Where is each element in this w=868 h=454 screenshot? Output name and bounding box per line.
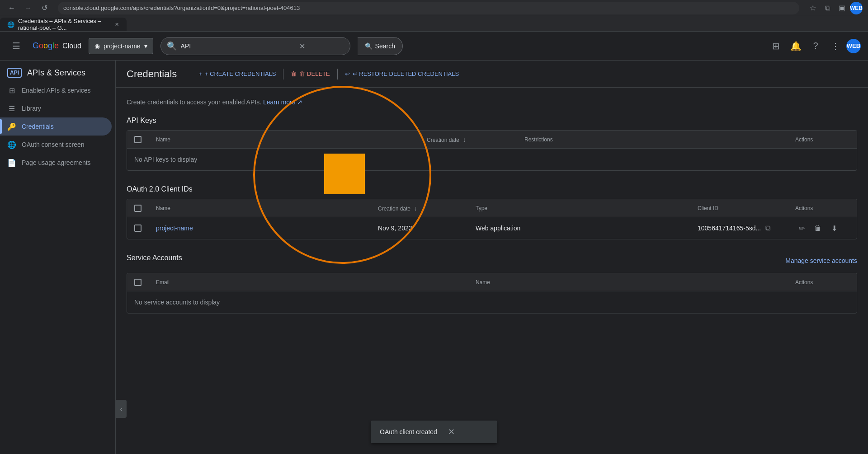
search-label: Search	[375, 42, 395, 50]
sidebar: API APIs & Services ⊞ Enabled APIs & ser…	[0, 61, 116, 454]
browser-actions: ☆ ⧉ ▣ WEB	[807, 2, 863, 14]
sidebar-item-enabled-apis[interactable]: ⊞ Enabled APIs & services	[0, 81, 112, 99]
bookmark-button[interactable]: ☆	[807, 2, 819, 14]
service-accounts-empty-row: No service accounts to display	[127, 291, 857, 313]
oauth-delete-button[interactable]: 🗑	[811, 222, 824, 234]
page-header-actions: + + CREATE CREDENTIALS 🗑 🗑 DELETE ↩ ↩ RE…	[195, 68, 462, 80]
collapse-sidebar-button[interactable]: ‹	[116, 400, 127, 418]
help-button[interactable]: ?	[807, 37, 825, 55]
oauth-client-id-cell: 1005641714165-5sd... ⧉	[698, 223, 788, 233]
oauth-type-header: Type	[476, 205, 690, 211]
user-initial: WEB	[847, 42, 860, 49]
sidebar-item-oauth-consent[interactable]: 🌐 OAuth consent screen	[0, 136, 112, 154]
service-name-header: Name	[476, 279, 788, 286]
sidebar-item-credentials-label: Credentials	[22, 123, 54, 130]
search-icon: 🔍	[365, 42, 373, 50]
nav-icon: ◉	[94, 42, 100, 50]
library-icon: ☰	[7, 104, 16, 113]
restore-icon: ↩	[345, 70, 350, 77]
create-icon: +	[198, 70, 202, 77]
api-keys-title: API Keys	[127, 117, 857, 125]
oauth-table-row: project-name Nov 9, 2023 Web application…	[127, 217, 857, 239]
back-button[interactable]: ←	[5, 2, 18, 14]
search-clear-button[interactable]: ✕	[299, 42, 305, 50]
extension-button[interactable]: ⧉	[821, 2, 834, 14]
oauth-row-name[interactable]: project-name	[156, 225, 371, 232]
hamburger-menu-button[interactable]: ☰	[7, 37, 25, 55]
google-cloud-logo: Google Cloud	[33, 41, 81, 51]
oauth-download-button[interactable]: ⬇	[828, 222, 840, 234]
sidebar-item-credentials[interactable]: 🔑 Credentials	[0, 117, 112, 136]
oauth-actions-header: Actions	[795, 205, 849, 211]
more-options-button[interactable]: ⋮	[826, 37, 844, 55]
info-text: Create credentials to access your enable…	[127, 98, 857, 106]
sidebar-item-library-label: Library	[22, 105, 41, 112]
cloud-label: Cloud	[62, 42, 81, 50]
create-credentials-button[interactable]: + + CREATE CREDENTIALS	[195, 68, 279, 80]
page-usage-icon: 📄	[7, 159, 16, 167]
browser-user-avatar[interactable]: WEB	[850, 2, 863, 14]
oauth-select-all[interactable]	[134, 205, 142, 212]
delete-icon: 🗑	[291, 70, 297, 77]
app-header: ☰ Google Cloud ◉ project-name ▾ 🔍 ✕ 🔍 Se…	[0, 32, 868, 61]
search-button[interactable]: 🔍 Search	[358, 37, 403, 55]
oauth-row-date: Nov 9, 2023	[378, 225, 468, 232]
snackbar-close-button[interactable]: ✕	[448, 427, 455, 437]
oauth-row-actions: ✏ 🗑 ⬇	[795, 222, 849, 234]
url-text: console.cloud.google.com/apis/credential…	[63, 5, 300, 11]
sidebar-api-header: API APIs & Services	[0, 64, 115, 81]
sidebar-item-enabled-apis-label: Enabled APIs & services	[22, 87, 91, 94]
oauth-row-type: Web application	[476, 225, 690, 232]
api-keys-empty-text: No API keys to display	[134, 156, 197, 163]
search-container: 🔍 ✕	[160, 37, 350, 55]
manage-link-label: Manage service accounts	[785, 257, 857, 264]
credentials-content: Create credentials to access your enable…	[116, 88, 868, 339]
oauth-row-checkbox[interactable]	[134, 225, 142, 232]
oauth-table-header: Name Creation date ↓ Type Client ID Acti…	[127, 199, 857, 217]
split-screen-button[interactable]: ▣	[835, 2, 848, 14]
google-wordmark: Google	[33, 41, 59, 51]
browser-bar: ← → ↺ console.cloud.google.com/apis/cred…	[0, 0, 868, 16]
oauth-edit-button[interactable]: ✏	[795, 222, 808, 234]
search-input[interactable]	[160, 37, 350, 55]
sidebar-item-library[interactable]: ☰ Library	[0, 99, 112, 117]
sidebar-item-page-usage-label: Page usage agreements	[22, 159, 91, 166]
restore-label: ↩ RESTORE DELETED CREDENTIALS	[353, 70, 459, 77]
service-actions-header: Actions	[795, 279, 849, 286]
active-tab[interactable]: 🌐 Credentials – APIs & Services – ration…	[0, 18, 127, 31]
tabs-bar: 🌐 Credentials – APIs & Services – ration…	[0, 16, 868, 32]
restore-deleted-credentials-button[interactable]: ↩ ↩ RESTORE DELETED CREDENTIALS	[341, 68, 462, 80]
sidebar-item-page-usage[interactable]: 📄 Page usage agreements	[0, 154, 112, 172]
enabled-apis-icon: ⊞	[7, 86, 16, 95]
api-keys-table: Name Creation date ↓ Restrictions Action…	[127, 130, 857, 171]
notifications-button[interactable]: 🔔	[787, 37, 805, 55]
learn-more-label: Learn more	[263, 98, 296, 106]
copy-client-id-button[interactable]: ⧉	[764, 223, 771, 233]
service-email-header: Email	[156, 279, 468, 286]
api-keys-date-header: Creation date ↓	[427, 136, 517, 143]
sidebar-item-oauth-consent-label: OAuth consent screen	[22, 141, 85, 148]
user-avatar[interactable]: WEB	[846, 39, 861, 53]
delete-button[interactable]: 🗑 🗑 DELETE	[287, 68, 333, 80]
header-right-actions: ⊞ 🔔 ? ⋮ WEB	[767, 37, 861, 55]
action-divider-1	[283, 69, 283, 80]
manage-service-accounts-link[interactable]: Manage service accounts	[785, 257, 857, 264]
action-divider-2	[337, 69, 338, 80]
oauth-consent-icon: 🌐	[7, 140, 16, 149]
project-selector[interactable]: ◉ project-name ▾	[89, 38, 153, 54]
oauth-name-header: Name	[156, 205, 371, 211]
service-accounts-empty-text: No service accounts to display	[134, 299, 220, 306]
api-badge: API	[7, 68, 22, 78]
address-bar[interactable]: console.cloud.google.com/apis/credential…	[58, 2, 799, 14]
reload-button[interactable]: ↺	[38, 2, 51, 14]
tab-close-button[interactable]: ✕	[114, 21, 119, 28]
screen-share-button[interactable]: ⊞	[767, 37, 785, 55]
api-keys-restrictions-header: Restrictions	[524, 136, 788, 143]
learn-more-link[interactable]: Learn more ↗	[263, 98, 302, 106]
main-content: Credentials + + CREATE CREDENTIALS 🗑 🗑 D…	[116, 61, 868, 454]
oauth-section: OAuth 2.0 Client IDs Name Creation date …	[127, 185, 857, 239]
api-keys-select-all[interactable]	[134, 136, 142, 143]
service-select-all[interactable]	[134, 279, 142, 286]
api-keys-empty-row: No API keys to display	[127, 149, 857, 170]
forward-button[interactable]: →	[22, 2, 34, 14]
